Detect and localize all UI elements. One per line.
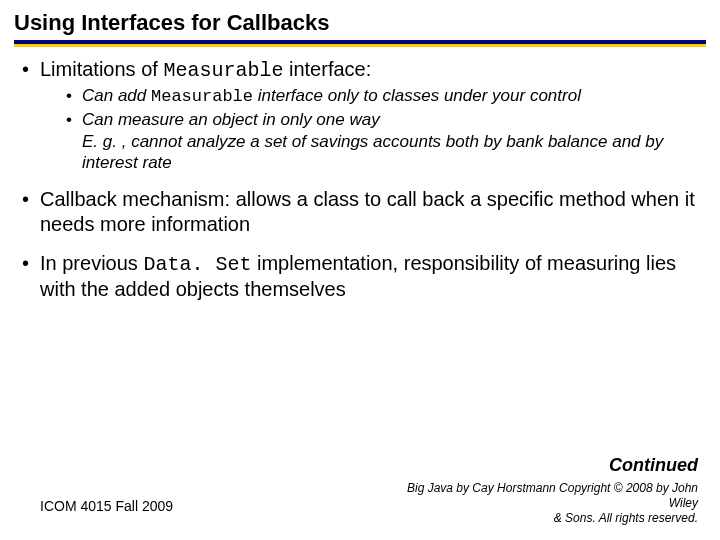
sub-one-way-text: Can measure an object in only one way bbox=[82, 110, 380, 129]
slide: Using Interfaces for Callbacks Limitatio… bbox=[0, 0, 720, 540]
code-dataset: Data. Set bbox=[143, 253, 251, 276]
slide-body: Limitations of Measurable interface: Can… bbox=[0, 57, 720, 302]
footer-left: ICOM 4015 Fall 2009 bbox=[40, 498, 173, 514]
bullet-limitations-post: interface: bbox=[283, 58, 371, 80]
bullet-limitations-pre: Limitations of bbox=[40, 58, 163, 80]
footer-right: Big Java by Cay Horstmann Copyright © 20… bbox=[378, 481, 698, 526]
sub-one-way-example: E. g. , cannot analyze a set of savings … bbox=[82, 132, 663, 172]
sub-can-add-pre: Can add bbox=[82, 86, 151, 105]
bullet-previous-pre: In previous bbox=[40, 252, 143, 274]
sub-bullet-one-way: Can measure an object in only one way E.… bbox=[66, 109, 698, 173]
code-measurable-1: Measurable bbox=[163, 59, 283, 82]
sub-bullet-can-add: Can add Measurable interface only to cla… bbox=[66, 85, 698, 107]
bullet-previous: In previous Data. Set implementation, re… bbox=[22, 251, 698, 302]
footer-right-line1: Big Java by Cay Horstmann Copyright © 20… bbox=[407, 481, 698, 510]
title-block: Using Interfaces for Callbacks bbox=[0, 0, 720, 36]
continued-label: Continued bbox=[609, 455, 698, 476]
footer-right-line2: & Sons. All rights reserved. bbox=[554, 511, 698, 525]
bullet-callback: Callback mechanism: allows a class to ca… bbox=[22, 187, 698, 237]
bullet-callback-text: Callback mechanism: allows a class to ca… bbox=[40, 188, 695, 235]
slide-title: Using Interfaces for Callbacks bbox=[14, 10, 706, 36]
title-rule-gold bbox=[14, 44, 706, 47]
bullet-limitations: Limitations of Measurable interface: Can… bbox=[22, 57, 698, 173]
code-measurable-2: Measurable bbox=[151, 87, 253, 106]
sub-can-add-post: interface only to classes under your con… bbox=[253, 86, 581, 105]
